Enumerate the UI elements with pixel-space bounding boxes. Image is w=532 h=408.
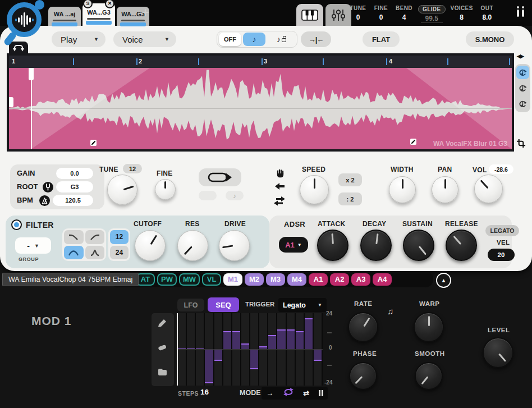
header-param-out[interactable]: OUT8.0 — [478, 5, 496, 21]
flat-button[interactable]: FLAT — [363, 31, 400, 47]
snap-button[interactable]: →|← — [301, 31, 331, 47]
folder-tool-button[interactable] — [158, 368, 167, 378]
speed-div2-button[interactable]: : 2 — [338, 192, 362, 205]
note-sync-icon[interactable]: ♫ — [387, 306, 393, 316]
window-drag-handle[interactable] — [517, 6, 524, 17]
vel-value[interactable]: 20 — [488, 249, 515, 261]
waveform-display[interactable]: 1234 WA VocalFX Blur 01 G3 — [7, 53, 514, 152]
sync-note-lock-button[interactable]: ♪ — [267, 33, 296, 46]
slot-badge-m3[interactable]: M3 — [266, 273, 285, 286]
filter-bandpass-button[interactable] — [64, 246, 84, 260]
slot-badge-a2[interactable]: A2 — [330, 273, 349, 286]
mode-pingpong-button[interactable]: ⇄ — [303, 389, 309, 397]
tab-keyboard-view[interactable] — [296, 4, 323, 26]
tab-mixer-view[interactable] — [325, 4, 351, 26]
gain-value[interactable]: 0.0 — [56, 168, 93, 179]
root-value[interactable]: G3 — [56, 181, 93, 192]
horizontal-zoom-icon[interactable]: ◀▶ — [517, 53, 524, 59]
playhead-handle[interactable] — [29, 68, 34, 80]
mode-loop-button[interactable] — [283, 388, 294, 398]
fine-knob[interactable] — [155, 179, 176, 200]
level-knob[interactable] — [483, 337, 513, 368]
voice-mode-dropdown[interactable]: Voice▼ — [113, 31, 176, 47]
release-knob[interactable] — [446, 230, 477, 261]
loop-mode-button-3[interactable] — [516, 97, 529, 111]
smooth-knob[interactable] — [415, 362, 443, 390]
filter-lowpass-button[interactable] — [64, 230, 84, 244]
phase-knob[interactable] — [349, 362, 377, 390]
speed-x2-button[interactable]: x 2 — [338, 173, 362, 186]
lfo-tab[interactable]: LFO — [177, 299, 204, 311]
loop-sub-button-blank[interactable] — [199, 191, 217, 200]
play-mode-dropdown[interactable]: Play▼ — [52, 31, 106, 47]
vol-knob[interactable] — [474, 175, 503, 203]
warp-knob[interactable] — [414, 312, 444, 342]
fade-out-handle[interactable] — [410, 139, 416, 145]
slot-badge-m4[interactable]: M4 — [287, 273, 306, 286]
slot-badge-a3[interactable]: A3 — [351, 273, 370, 286]
loop-sub-button-note[interactable]: ♪ — [226, 191, 244, 200]
waveform-body[interactable]: WA VocalFX Blur 01 G3 — [9, 68, 512, 149]
crop-button[interactable] — [516, 139, 526, 150]
timeline-ruler[interactable]: 1234 — [9, 56, 512, 68]
solo-badge[interactable]: S — [83, 0, 93, 8]
pan-knob[interactable] — [432, 176, 458, 203]
drive-knob[interactable] — [219, 230, 250, 261]
loop-mode-button-2[interactable] — [516, 81, 529, 95]
bpm-value[interactable]: 120.5 — [53, 195, 93, 206]
slot-badge-at[interactable]: AT — [136, 273, 155, 286]
header-param-tune[interactable]: TUNE0 — [349, 5, 367, 21]
decay-knob[interactable] — [360, 230, 392, 261]
loop-play-button[interactable] — [199, 168, 241, 186]
adsr-preset-dropdown[interactable]: A1▼ — [279, 237, 308, 253]
document-tab[interactable]: WA ...aj — [48, 7, 81, 26]
cutoff-knob[interactable] — [135, 230, 166, 261]
sustain-knob[interactable] — [403, 230, 434, 261]
filter-enable-radio[interactable] — [11, 219, 22, 230]
header-param-glide[interactable]: GLIDE99.5 — [418, 5, 446, 23]
slot-badge-mw[interactable]: MW — [179, 273, 200, 286]
speed-knob[interactable] — [300, 175, 329, 204]
width-knob[interactable] — [389, 176, 416, 203]
slot-badge-pw[interactable]: PW — [157, 273, 177, 286]
attack-knob[interactable] — [317, 230, 348, 261]
trigger-dropdown[interactable]: Legato▼ — [278, 298, 327, 312]
slot-badge-m1[interactable]: M1 — [223, 273, 242, 286]
step-sequencer[interactable] — [177, 313, 323, 386]
mode-forward-button[interactable]: → — [266, 389, 273, 397]
slot-badge-a4[interactable]: A4 — [373, 273, 392, 286]
header-param-bend[interactable]: BEND4 — [395, 5, 413, 21]
loop-start-marker[interactable] — [9, 97, 13, 107]
expand-up-button[interactable]: ▲ — [436, 273, 451, 288]
sync-note-button[interactable]: ♪ — [243, 33, 265, 46]
slot-badge-vl[interactable]: VL — [202, 273, 221, 286]
document-tab[interactable]: WA...G3S✕ — [82, 3, 115, 26]
filter-notch-button[interactable] — [85, 246, 105, 260]
arrow-left-icon[interactable] — [275, 182, 285, 192]
legato-button[interactable]: LEGATO — [485, 225, 519, 236]
res-knob[interactable] — [177, 230, 208, 261]
slot-badge-m2[interactable]: M2 — [245, 273, 264, 286]
steps-value[interactable]: 16 — [200, 388, 209, 396]
header-param-voices[interactable]: VOICES8 — [451, 5, 473, 21]
sync-off-button[interactable]: OFF — [219, 33, 241, 46]
close-badge[interactable]: ✕ — [105, 0, 114, 8]
filter-highpass-button[interactable] — [85, 230, 105, 244]
swap-direction-icon[interactable] — [274, 196, 285, 208]
pencil-tool-button[interactable] — [158, 319, 167, 330]
seq-tab[interactable]: SEQ — [208, 297, 239, 312]
eraser-tool-button[interactable] — [158, 343, 167, 354]
smono-button[interactable]: S.MONO — [466, 31, 514, 47]
tune-value[interactable]: 12 — [123, 164, 142, 173]
add-tab-button[interactable]: + — [141, 4, 149, 20]
filter-group-dropdown[interactable]: -▼ — [15, 237, 51, 254]
mode-pause-button[interactable] — [319, 390, 323, 396]
rate-knob[interactable] — [348, 312, 378, 342]
hand-tool-icon[interactable] — [276, 168, 286, 181]
slope-24-button[interactable]: 24 — [110, 246, 129, 260]
slot-badge-a1[interactable]: A1 — [309, 273, 328, 286]
header-param-fine[interactable]: FINE0 — [372, 5, 390, 21]
slope-12-button[interactable]: 12 — [110, 230, 129, 244]
tune-knob[interactable] — [107, 175, 137, 205]
loop-mode-button-1[interactable] — [516, 66, 529, 79]
